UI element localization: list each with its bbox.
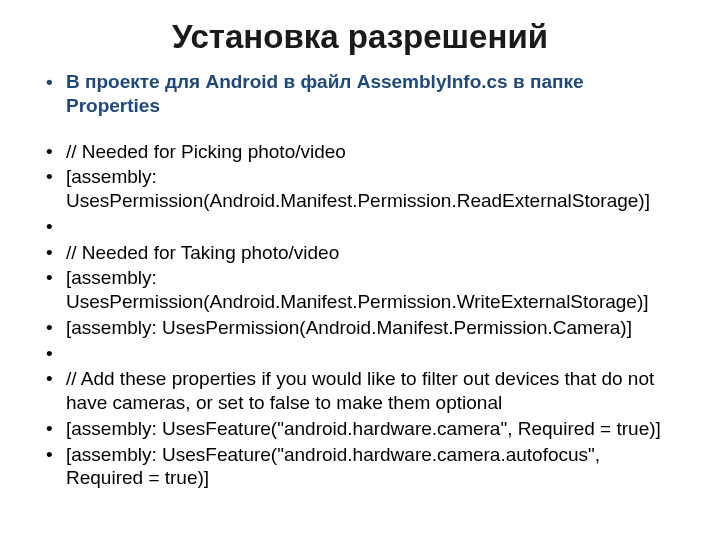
list-item: [assembly: UsesPermission(Android.Manife… [66, 316, 680, 340]
list-item: [assembly: UsesPermission(Android.Manife… [66, 266, 680, 314]
list-item: // Needed for Picking photo/video [66, 140, 680, 164]
list-item [66, 342, 680, 366]
slide: Установка разрешений В проекте для Andro… [0, 0, 720, 540]
list-item: В проекте для Android в файл AssemblyInf… [66, 70, 680, 118]
list-item: [assembly: UsesPermission(Android.Manife… [66, 165, 680, 213]
list-item [66, 215, 680, 239]
list-item: // Needed for Taking photo/video [66, 241, 680, 265]
list-item: [assembly: UsesFeature("android.hardware… [66, 417, 680, 441]
bullet-list: В проекте для Android в файл AssemblyInf… [40, 70, 680, 490]
list-item: [assembly: UsesFeature("android.hardware… [66, 443, 680, 491]
list-item: // Add these properties if you would lik… [66, 367, 680, 415]
slide-title: Установка разрешений [40, 18, 680, 56]
